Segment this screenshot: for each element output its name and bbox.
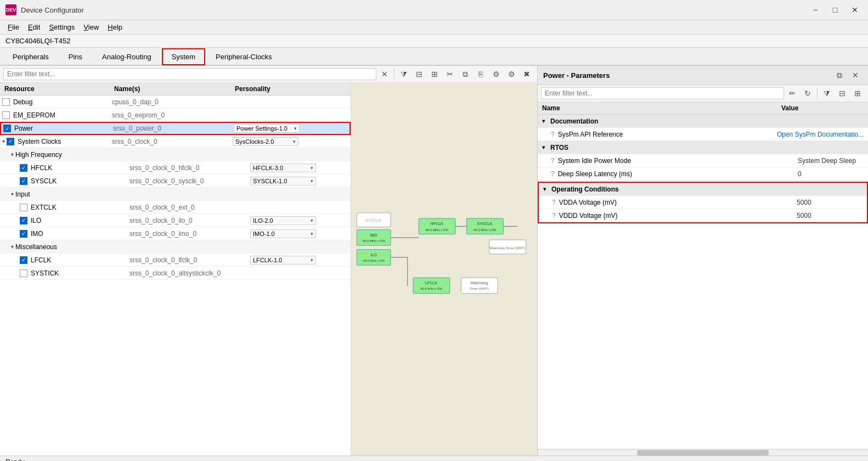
ilo-checkbox[interactable] <box>20 217 27 224</box>
debug-checkbox[interactable] <box>2 98 10 106</box>
imo-personality-dropdown[interactable]: IMO-1.0 ▾ <box>250 229 316 238</box>
tab-analog-routing[interactable]: Analog-Routing <box>93 49 161 65</box>
resource-cell: ▾ Miscellaneous <box>11 243 121 251</box>
window-title: Device Configurator <box>21 6 84 14</box>
svg-text:Timer (WDT): Timer (WDT) <box>470 287 489 291</box>
toolbar-settings-button[interactable]: ⚙ <box>489 68 503 81</box>
toolbar-copy-button[interactable]: ⧉ <box>458 68 472 81</box>
toolbar-paste-button[interactable]: ⎘ <box>474 68 488 81</box>
power-personality-dropdown[interactable]: Power Settings-1.0 ▾ <box>234 124 300 133</box>
menu-view[interactable]: View <box>79 21 103 33</box>
maximize-button[interactable]: □ <box>827 3 843 16</box>
menu-file[interactable]: File <box>3 21 24 33</box>
vdda-voltage-value: 5000 <box>797 199 863 206</box>
right-toolbar: ✏ ↻ ⧩ ⊟ ⊞ <box>538 85 868 102</box>
svg-text:Watchdog Timer (WDT): Watchdog Timer (WDT) <box>489 246 525 250</box>
menu-help[interactable]: Help <box>103 21 127 33</box>
table-row[interactable]: SYSTICK srss_0_clock_0_altsystickclk_0 <box>0 267 351 280</box>
resource-panel: Resource Name(s) Personality Debug cpuss… <box>0 83 351 456</box>
toolbar-collapse-button[interactable]: ⊟ <box>412 68 426 81</box>
table-row[interactable]: HFCLK srss_0_clock_0_hfclk_0 HFCLK-3.0 ▾ <box>0 161 351 175</box>
params-row: ? System Idle Power Mode System Deep Sle… <box>538 154 868 167</box>
extclk-checkbox[interactable] <box>20 204 27 211</box>
power-row[interactable]: Power srss_0_power_0 Power Settings-1.0 … <box>0 122 351 135</box>
menu-edit[interactable]: Edit <box>24 21 44 33</box>
toolbar-expand-button[interactable]: ⊞ <box>427 68 442 81</box>
table-row[interactable]: EXTCLK srss_0_clock_0_ext_0 <box>0 201 351 214</box>
high-frequency-group[interactable]: ▾ High Frequency <box>0 148 351 161</box>
table-row[interactable]: Debug cpuss_0_dap_0 <box>0 95 351 109</box>
right-panel-title: Power - Parameters <box>543 71 610 80</box>
app-icon: DEV <box>5 4 16 15</box>
chevron-down-icon: ▾ <box>11 151 14 158</box>
resource-cell: IMO <box>20 230 129 238</box>
syspm-link[interactable]: Open SysPm Documentatio... <box>777 131 864 138</box>
lfclk-personality-dropdown[interactable]: LFCLK-1.0 ▾ <box>250 256 316 265</box>
right-pencil-icon[interactable]: ✏ <box>785 87 799 100</box>
right-expand-button[interactable]: ⊞ <box>850 87 865 100</box>
tab-system[interactable]: System <box>162 48 205 65</box>
sysclk-checkbox[interactable] <box>20 177 27 185</box>
vdda-row: ? VDDA Voltage (mV) 5000 <box>539 196 867 209</box>
table-row[interactable]: ILO srss_0_clock_0_ilo_0 ILO-2.0 ▾ <box>0 214 351 227</box>
sysclocks-checkbox[interactable] <box>7 138 14 145</box>
right-close-button[interactable]: ✕ <box>848 69 863 82</box>
split-view: Resource Name(s) Personality Debug cpuss… <box>0 83 537 456</box>
device-name: CY8C4046LQI-T452 <box>5 37 71 45</box>
params-row: ? Deep Sleep Latency (ms) 0 <box>538 167 868 181</box>
ilo-personality-dropdown[interactable]: ILO-2.0 ▾ <box>250 216 316 225</box>
right-refresh-button[interactable]: ↻ <box>801 87 815 100</box>
right-panel-scrollbar[interactable] <box>538 449 868 456</box>
toolbar-delete-button[interactable]: ✖ <box>520 68 534 81</box>
imo-checkbox[interactable] <box>20 230 27 238</box>
chevron-down-icon: ▾ <box>543 186 546 192</box>
toolbar-filter-icon[interactable]: ⧩ <box>397 68 411 81</box>
device-bar: CY8C4046LQI-T452 <box>0 35 868 48</box>
tab-pins[interactable]: Pins <box>59 49 92 65</box>
toolbar-settings2-button[interactable]: ⚙ <box>504 68 518 81</box>
em-eeprom-checkbox[interactable] <box>2 111 10 119</box>
sysclocks-personality-dropdown[interactable]: SysClocks-2.0 ▾ <box>233 137 298 146</box>
power-checkbox[interactable] <box>3 125 11 132</box>
table-row[interactable]: ▾ System Clocks srss_0_clock_0 SysClocks… <box>0 135 351 148</box>
resource-cell: ▾ System Clocks <box>2 138 112 145</box>
close-button[interactable]: ✕ <box>847 3 863 16</box>
filter-input[interactable] <box>3 68 376 80</box>
rtos-section-header[interactable]: ▾ RTOS <box>538 141 868 154</box>
right-restore-button[interactable]: ⧉ <box>832 69 847 82</box>
col-header-name: Name(s) <box>114 85 235 93</box>
tab-peripherals[interactable]: Peripherals <box>3 49 58 65</box>
table-row[interactable]: EM_EEPROM srss_0_eeprom_0 <box>0 109 351 122</box>
hfclk-personality-dropdown[interactable]: HFCLK-3.0 ▾ <box>250 164 316 172</box>
diagram-panel: IMO 48.0 MHz x 0% ILO 40.0 kHz x 0% EXTC… <box>351 83 537 456</box>
svg-text:40.0 kHz x 0%: 40.0 kHz x 0% <box>420 287 442 291</box>
right-filter-button[interactable]: ⧩ <box>820 87 834 100</box>
svg-text:48.0 MHz x 0%: 48.0 MHz x 0% <box>362 239 385 243</box>
right-collapse-button[interactable]: ⊟ <box>835 87 849 100</box>
help-icon: ? <box>552 212 556 220</box>
sysclk-personality-dropdown[interactable]: SYSCLK-1.0 ▾ <box>250 177 316 185</box>
resource-cell: Power <box>3 125 113 132</box>
resource-cell: EM_EEPROM <box>2 111 112 119</box>
svg-text:IMO: IMO <box>370 233 377 238</box>
tab-peripheral-clocks[interactable]: Peripheral-Clocks <box>206 49 281 65</box>
clear-filter-button[interactable]: ✕ <box>377 68 392 81</box>
systick-checkbox[interactable] <box>20 269 27 277</box>
documentation-section-header[interactable]: ▾ Documentation <box>538 115 868 128</box>
chevron-down-icon: ▾ <box>542 118 545 124</box>
input-group[interactable]: ▾ Input <box>0 188 351 201</box>
minimize-button[interactable]: − <box>808 3 823 16</box>
table-row[interactable]: SYSCLK srss_0_clock_0_sysclk_0 SYSCLK-1.… <box>0 175 351 188</box>
menu-settings[interactable]: Settings <box>44 21 79 33</box>
operating-conditions-header[interactable]: ▾ Operating Conditions <box>539 183 867 196</box>
table-row[interactable]: LFCLK srss_0_clock_0_lfclk_0 LFCLK-1.0 ▾ <box>0 254 351 267</box>
svg-text:ILO: ILO <box>370 252 377 257</box>
toolbar-scissors-button[interactable]: ✂ <box>443 68 457 81</box>
svg-rect-1 <box>357 230 391 246</box>
misc-group[interactable]: ▾ Miscellaneous <box>0 240 351 254</box>
vddd-row: ? VDDD Voltage (mV) 5000 <box>539 209 867 222</box>
hfclk-checkbox[interactable] <box>20 164 27 172</box>
lfclk-checkbox[interactable] <box>20 256 27 264</box>
table-row[interactable]: IMO srss_0_clock_0_imo_0 IMO-1.0 ▾ <box>0 227 351 240</box>
right-filter-input[interactable] <box>541 87 784 99</box>
